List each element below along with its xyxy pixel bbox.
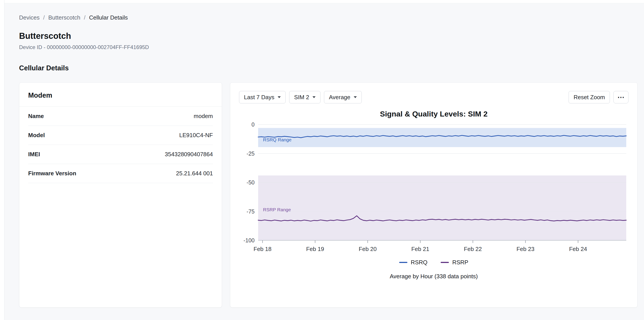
modem-firmware-value: 25.21.644 001 (176, 170, 213, 177)
modem-firmware-label: Firmware Version (28, 170, 76, 177)
sim-dropdown-label: SIM 2 (294, 94, 309, 101)
table-row: Firmware Version 25.21.644 001 (28, 164, 213, 183)
modem-card: Modem Name modem Model LE910C4-NF IMEI 3… (19, 82, 222, 307)
chart-action-group: Reset Zoom ⋯ (568, 91, 628, 103)
svg-text:0: 0 (252, 121, 254, 128)
svg-text:Feb 22: Feb 22 (464, 246, 482, 252)
chevron-down-icon (354, 96, 357, 98)
modem-model-label: Model (28, 132, 45, 139)
modem-card-title: Modem (19, 83, 222, 107)
modem-imei-value: 354328090407864 (165, 151, 213, 158)
table-row: IMEI 354328090407864 (28, 145, 213, 164)
modem-name-label: Name (28, 113, 44, 120)
legend-item-rsrq[interactable]: RSRQ (399, 259, 427, 266)
svg-text:-50: -50 (246, 179, 254, 186)
time-range-dropdown[interactable]: Last 7 Days (239, 91, 286, 103)
breadcrumb-separator: / (43, 14, 44, 21)
modem-model-value: LE910C4-NF (179, 132, 213, 139)
svg-text:Feb 19: Feb 19 (306, 246, 324, 252)
rsrp-line-swatch (441, 262, 449, 263)
svg-text:RSRQ Range: RSRQ Range (263, 137, 292, 142)
aggregation-dropdown-label: Average (329, 94, 350, 101)
sim-dropdown[interactable]: SIM 2 (289, 91, 320, 103)
modem-name-value: modem (194, 113, 213, 120)
signal-quality-chart[interactable]: 0-25-50-75-100RSRQ RangeRSRP RangeFeb 18… (242, 121, 628, 256)
svg-text:-75: -75 (246, 208, 254, 215)
svg-text:Feb 23: Feb 23 (516, 246, 534, 252)
breadcrumb-current-page: Cellular Details (89, 14, 128, 21)
cards-row: Modem Name modem Model LE910C4-NF IMEI 3… (19, 82, 627, 307)
cellular-details-page: Devices / Butterscotch / Cellular Detail… (0, 0, 644, 307)
legend-label-rsrp: RSRP (452, 259, 468, 266)
device-id: Device ID - 00000000-00000000-002704FF-F… (19, 44, 627, 50)
breadcrumb-separator: / (84, 14, 86, 21)
svg-text:-100: -100 (244, 237, 254, 243)
page-title: Butterscotch (19, 31, 627, 41)
svg-text:RSRP Range: RSRP Range (263, 207, 291, 212)
breadcrumb-device[interactable]: Butterscotch (48, 14, 80, 21)
chart-caption: Average by Hour (338 data points) (239, 273, 628, 280)
svg-text:Feb 24: Feb 24 (569, 246, 587, 252)
chart-legend: RSRQ RSRP (239, 259, 628, 266)
rsrq-line-swatch (399, 262, 408, 263)
table-row: Model LE910C4-NF (28, 126, 213, 145)
reset-zoom-button[interactable]: Reset Zoom (568, 91, 610, 103)
chart-filter-group: Last 7 Days SIM 2 Average (239, 91, 362, 103)
svg-text:-25: -25 (246, 150, 254, 157)
breadcrumb: Devices / Butterscotch / Cellular Detail… (19, 14, 627, 21)
chart-controls: Last 7 Days SIM 2 Average Reset Zoom (239, 91, 628, 103)
time-range-dropdown-label: Last 7 Days (244, 94, 274, 101)
svg-text:Feb 21: Feb 21 (411, 246, 429, 252)
aggregation-dropdown[interactable]: Average (324, 91, 362, 103)
breadcrumb-devices[interactable]: Devices (19, 14, 40, 21)
section-title: Cellular Details (19, 64, 627, 72)
table-row: Name modem (28, 107, 213, 126)
chart-title: Signal & Quality Levels: SIM 2 (239, 110, 628, 118)
legend-label-rsrq: RSRQ (411, 259, 427, 266)
chevron-down-icon (312, 96, 316, 98)
signal-chart-card: Last 7 Days SIM 2 Average Reset Zoom (230, 82, 638, 307)
legend-item-rsrp[interactable]: RSRP (441, 259, 468, 266)
more-options-button[interactable]: ⋯ (614, 91, 628, 103)
modem-properties-list: Name modem Model LE910C4-NF IMEI 3543280… (19, 107, 222, 183)
chevron-down-icon (278, 96, 281, 98)
modem-imei-label: IMEI (28, 151, 40, 158)
svg-text:Feb 20: Feb 20 (359, 246, 377, 252)
svg-text:Feb 18: Feb 18 (254, 246, 272, 252)
